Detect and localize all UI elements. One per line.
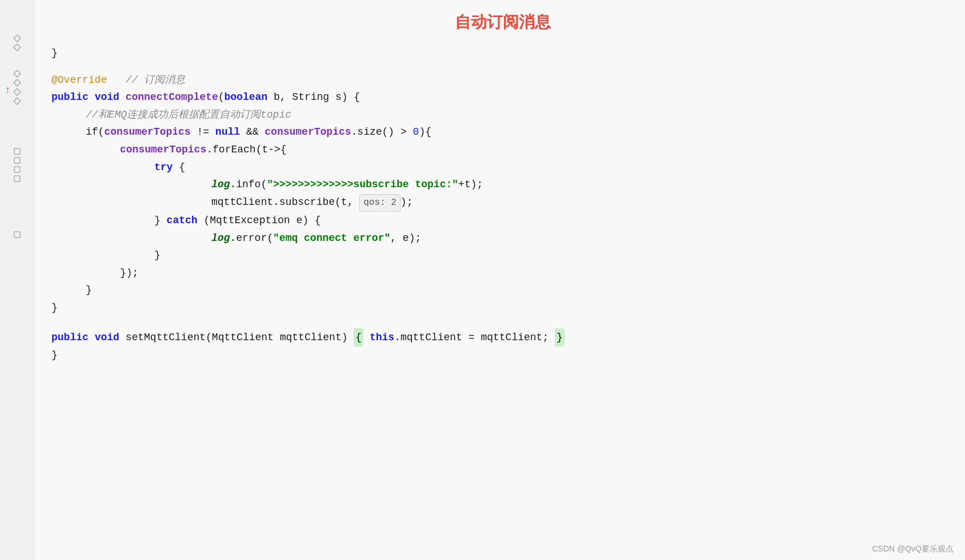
code-line-catch-close: } — [51, 247, 954, 264]
svg-marker-0 — [14, 35, 21, 42]
gutter-marker-11 — [13, 231, 21, 239]
brace-open-highlight: { — [354, 328, 363, 347]
arrow-up-icon: ↑ — [5, 84, 11, 96]
brace-close-highlight: } — [555, 328, 564, 347]
svg-marker-1 — [14, 44, 21, 51]
svg-marker-5 — [14, 98, 21, 104]
override-annotation: @Override — [51, 71, 107, 89]
string-error: "emq connect error" — [273, 229, 390, 247]
method-connect-complete: connectComplete — [126, 88, 218, 106]
emq-comment: //和EMQ连接成功后根据配置自动订阅topic — [86, 106, 291, 124]
gutter-marker-10 — [13, 175, 21, 183]
code-line-set-method: public void setMqttClient(MqttClient mqt… — [51, 328, 954, 347]
consumer-topics-1: consumerTopics — [104, 123, 190, 141]
svg-rect-9 — [14, 176, 20, 182]
code-line-if-close: } — [51, 281, 954, 299]
code-line-foreach: consumerTopics .forEach(t->{ — [51, 141, 954, 159]
code-line-foreach-close: }); — [51, 264, 954, 282]
code-line-closing-brace: } — [51, 45, 954, 62]
page-title: 自动订阅消息 — [455, 13, 551, 31]
code-line-if: if( consumerTopics != null && consumerTo… — [51, 123, 954, 141]
code-area: 自动订阅消息 } @Override // 订阅消息 public void c… — [34, 0, 965, 560]
method-close-brace: } — [51, 299, 58, 317]
code-line-catch: } catch (MqttException e) { — [51, 212, 954, 229]
keyword-public-1: public — [51, 88, 89, 106]
gutter-marker-1 — [13, 34, 21, 42]
gutter-marker-9 — [13, 166, 21, 174]
string-subscribe: ">>>>>>>>>>>>>subscribe topic:" — [267, 176, 458, 194]
code-line-try: try { — [51, 159, 954, 176]
keyword-boolean: boolean — [225, 88, 268, 106]
spacer-1 — [107, 71, 125, 89]
gutter-marker-3 — [13, 70, 21, 78]
closing-brace-1: } — [51, 45, 58, 62]
gutter: ↑ — [0, 0, 34, 560]
keyword-void-1: void — [95, 88, 119, 106]
gutter-marker-4 — [13, 79, 21, 87]
consumer-topics-2: consumerTopics — [265, 123, 351, 141]
keyword-public-2: public — [51, 329, 89, 347]
title-area: 自动订阅消息 — [51, 11, 954, 33]
svg-marker-3 — [14, 79, 21, 86]
svg-rect-10 — [14, 232, 20, 237]
code-line-log-error: log .error( "emq connect error" , e); — [51, 229, 954, 247]
keyword-this: this — [370, 329, 394, 347]
code-line-method-close: } — [51, 299, 954, 317]
number-zero: 0 — [413, 123, 419, 141]
code-line-override: @Override // 订阅消息 — [51, 71, 954, 89]
page-container: ↑ — [0, 0, 965, 560]
code-line-emq-comment: //和EMQ连接成功后根据配置自动订阅topic — [51, 106, 954, 124]
svg-rect-7 — [14, 158, 20, 163]
keyword-void-2: void — [95, 329, 119, 347]
keyword-null: null — [215, 123, 240, 141]
svg-marker-4 — [14, 88, 21, 95]
footer-watermark: CSDN @QvQ要乐观点 — [872, 544, 954, 554]
code-line-mqtt-subscribe: mqttClient.subscribe(t, qos: 2 ); — [51, 194, 954, 212]
qos-tooltip: qos: 2 — [359, 194, 401, 212]
gutter-icons — [13, 34, 21, 239]
code-line-method-sig: public void connectComplete ( boolean b,… — [51, 88, 954, 106]
gutter-marker-6 — [13, 97, 21, 105]
code-line-class-close: } — [51, 347, 954, 364]
gutter-marker-5 — [13, 88, 21, 96]
comment-subscribe: // 订阅消息 — [126, 71, 185, 89]
keyword-try: try — [154, 159, 173, 176]
svg-rect-6 — [14, 148, 20, 154]
gutter-marker-7 — [13, 147, 21, 155]
class-close-brace: } — [51, 347, 58, 364]
log-var-1: log — [211, 176, 230, 194]
if-close-brace: } — [86, 281, 92, 299]
gutter-marker-2 — [13, 43, 21, 51]
code-line-log-info: log .info( ">>>>>>>>>>>>>subscribe topic… — [51, 176, 954, 194]
consumer-topics-3: consumerTopics — [120, 141, 206, 159]
svg-marker-2 — [14, 70, 21, 77]
keyword-catch: catch — [167, 212, 198, 229]
log-var-2: log — [211, 229, 230, 247]
gutter-marker-8 — [13, 156, 21, 164]
catch-close-brace: } — [154, 247, 161, 264]
foreach-close: }); — [120, 264, 138, 282]
svg-rect-8 — [14, 167, 20, 172]
